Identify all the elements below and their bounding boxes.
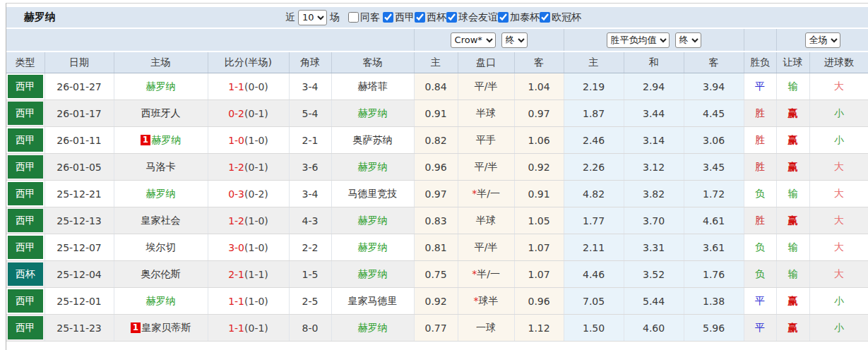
score-cell: 0-3(0-2) — [208, 181, 289, 207]
avg-away-odds-cell: 4.45 — [684, 100, 744, 127]
league-cell: 西甲 — [6, 127, 44, 154]
league-badge: 西甲 — [8, 289, 43, 313]
handicap-line: 半/一 — [477, 188, 500, 199]
scope-select[interactable]: 全场 — [805, 32, 840, 48]
handicap-result-cell: 输 — [776, 261, 809, 288]
col-result: 胜负 — [744, 52, 776, 73]
filter-laliga-checkbox[interactable] — [383, 12, 393, 23]
corner-cell: 3-4 — [289, 73, 331, 100]
odds-stage-select[interactable]: 终 — [501, 32, 528, 48]
league-cell: 西甲 — [6, 73, 44, 100]
rank-badge: 1 — [131, 322, 141, 333]
odds-company-select[interactable]: Crow* — [451, 32, 496, 48]
goals-result-cell: 大 — [809, 181, 868, 207]
table-row: 西甲 25-12-21 赫罗纳 0-3(0-2) 3-4 马德里竞技 0.97 … — [6, 181, 868, 207]
avg-away-odds-cell: 4.61 — [684, 207, 744, 234]
away-team-name: 奥萨苏纳 — [353, 134, 393, 145]
filter-copa-checkbox[interactable] — [415, 12, 425, 23]
result-cell: 平 — [744, 315, 776, 342]
avg-home-odds-cell: 1.87 — [564, 100, 624, 127]
table-row: 西甲 26-01-11 1赫罗纳 1-0(1-0) 2-1 奥萨苏纳 0.82 … — [6, 127, 868, 154]
filter-copa-label: 西杯 — [427, 11, 446, 24]
handicap-away-odds-cell: 0.97 — [514, 100, 564, 127]
col-hcp-line: 盘口 — [458, 52, 514, 73]
rank-badge: 1 — [141, 135, 150, 145]
score-cell: 1-1(1-0) — [208, 288, 289, 315]
home-team-cell: 西班牙人 — [114, 100, 208, 127]
handicap-line-cell: 平/半 — [458, 73, 514, 100]
table-row: 西甲 26-01-27 赫罗纳 1-1(0-0) 3-4 赫塔菲 0.84 平/… — [6, 73, 868, 100]
handicap-line-cell: 平/半 — [458, 154, 514, 181]
halftime-score: (0-2) — [244, 188, 268, 200]
scope-selector-cell: 全场 — [776, 29, 868, 52]
home-team-cell: 皇家社会 — [114, 207, 208, 234]
table-row: 西甲 25-12-01 赫罗纳 1-1(1-0) 2-5 皇家马德里 0.92 … — [6, 288, 868, 315]
handicap-line: 半球 — [476, 215, 496, 226]
handicap-line-cell: *球半 — [458, 288, 514, 315]
avg-home-odds-cell: 2.26 — [564, 154, 624, 181]
col-avg-draw: 和 — [624, 52, 684, 73]
handicap-away-odds-cell: 1.04 — [514, 73, 564, 100]
handicap-away-odds-cell: 1.06 — [514, 127, 564, 154]
league-badge: 西甲 — [8, 102, 43, 125]
selector-row-spacer — [6, 29, 414, 52]
avg-home-odds-cell: 2.11 — [564, 234, 624, 261]
goals-result-cell: 小 — [809, 315, 868, 342]
filter-friendly-checkbox[interactable] — [446, 12, 457, 23]
avg-draw-odds-cell: 3.82 — [624, 181, 684, 207]
fulltime-score: 0-3 — [228, 188, 244, 200]
home-team-name: 皇家贝蒂斯 — [141, 322, 191, 333]
filter-catalan-cup-checkbox[interactable] — [498, 12, 509, 23]
handicap-line: 半球 — [476, 107, 496, 119]
home-team-cell: 赫罗纳 — [114, 73, 208, 100]
result-cell: 胜 — [744, 100, 776, 127]
fulltime-score: 1-2 — [228, 215, 244, 227]
avg-draw-odds-cell: 3.31 — [624, 234, 684, 261]
avg-home-odds-cell: 2.19 — [564, 73, 624, 100]
away-team-name: 赫罗纳 — [358, 215, 388, 226]
away-team-name: 赫罗纳 — [358, 161, 388, 172]
home-team-name: 奥尔伦斯 — [141, 268, 181, 279]
away-team-cell: 马德里竞技 — [331, 181, 414, 207]
home-team-cell: 赫罗纳 — [114, 181, 208, 207]
league-badge: 西甲 — [8, 128, 43, 152]
avg-away-odds-cell: 1.38 — [684, 288, 744, 315]
league-cell: 西甲 — [6, 207, 44, 234]
filter-ucl-checkbox[interactable] — [540, 12, 550, 23]
handicap-away-odds-cell: 1.05 — [514, 207, 564, 234]
handicap-away-odds-cell: 0.96 — [514, 288, 564, 315]
avg-stage-select[interactable]: 终 — [675, 32, 701, 48]
title-bar: 赫罗纳 近 10 场 同客 西甲 西杯 球会友谊 加泰杯 — [6, 7, 868, 28]
halftime-score: (0-1) — [244, 322, 268, 334]
filter-friendly: 球会友谊 — [446, 11, 498, 24]
corner-cell: 2-5 — [289, 288, 331, 315]
same-venue-checkbox[interactable] — [348, 12, 359, 23]
filter-friendly-label: 球会友谊 — [458, 11, 498, 24]
handicap-away-odds-cell: 0.91 — [514, 181, 564, 207]
handicap-line: 半/一 — [477, 268, 500, 279]
table-row: 西甲 25-12-07 埃尔切 3-0(1-0) 2-2 赫罗纳 0.81 平/… — [6, 234, 868, 261]
matches-count-select[interactable]: 10 — [298, 10, 327, 25]
home-team-name: 埃尔切 — [146, 241, 176, 253]
result-cell: 负 — [744, 181, 776, 207]
handicap-line: 平/半 — [475, 241, 498, 253]
date-cell: 26-01-27 — [44, 73, 114, 100]
avg-home-odds-cell: 4.82 — [564, 181, 624, 207]
handicap-line: 一球 — [476, 322, 496, 333]
odds-selector-cell: Crow*终 — [414, 29, 564, 52]
handicap-home-odds-cell: 0.82 — [414, 127, 458, 154]
result-cell: 胜 — [744, 127, 776, 154]
avg-home-odds-cell: 2.46 — [564, 127, 624, 154]
home-team-name: 赫罗纳 — [151, 134, 181, 145]
league-badge: 西甲 — [8, 236, 43, 259]
fulltime-score: 1-1 — [228, 322, 244, 334]
avg-draw-odds-cell: 3.70 — [624, 207, 684, 234]
goals-result-cell: 大 — [809, 261, 868, 288]
handicap-home-odds-cell: 0.92 — [414, 288, 458, 315]
away-team-name: 赫塔菲 — [358, 80, 388, 92]
avg-type-select[interactable]: 胜平负均值 — [607, 32, 670, 48]
date-cell: 25-12-13 — [44, 207, 114, 234]
corner-cell: 5-4 — [289, 100, 331, 127]
handicap-home-odds-cell: 0.75 — [414, 261, 458, 288]
handicap-result-cell: 输 — [776, 234, 809, 261]
